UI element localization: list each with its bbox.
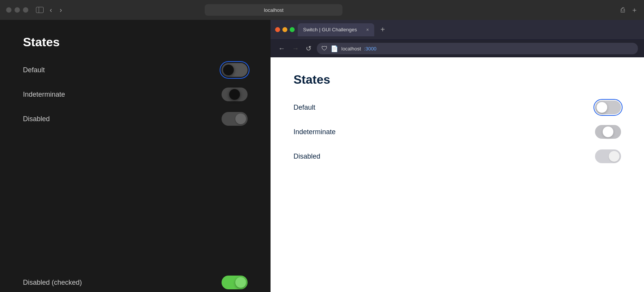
left-toggle-disabled: [222, 112, 248, 126]
left-toggle-default[interactable]: [222, 63, 248, 77]
back-button[interactable]: ←: [277, 44, 287, 54]
page-label-default: Default: [293, 104, 315, 112]
tab-close-button[interactable]: ×: [366, 27, 369, 32]
page-toggle-default[interactable]: [595, 101, 621, 114]
browser-traffic-lights: [275, 27, 295, 32]
left-toggle-disabled-checked: [222, 276, 248, 289]
os-tl-close[interactable]: [6, 7, 11, 13]
os-new-tab-icon[interactable]: ＋: [631, 5, 638, 15]
left-label-indeterminate: Indeterminate: [23, 91, 65, 99]
left-row-indeterminate: Indeterminate: [23, 88, 248, 101]
right-browser: Switch | GUI Challenges × + ← → ↺ 🛡 📄 lo…: [271, 20, 644, 292]
left-toggle-indeterminate[interactable]: [222, 88, 248, 101]
new-tab-button[interactable]: +: [377, 24, 388, 35]
browser-tl-max[interactable]: [290, 27, 295, 32]
os-tl-max[interactable]: [23, 7, 28, 13]
left-toggle-disabled-checked-thumb: [235, 277, 246, 288]
url-bar[interactable]: 🛡 📄 localhost:3000: [317, 43, 638, 54]
page-row-indeterminate: Indeterminate: [293, 125, 621, 139]
browser-tl-min[interactable]: [282, 27, 287, 32]
tab-switch-gui[interactable]: Switch | GUI Challenges ×: [298, 23, 374, 36]
browser-content: States Default Indeterminate Disabled: [0, 20, 644, 292]
doc-icon: 📄: [331, 45, 338, 52]
page-label-indeterminate: Indeterminate: [293, 128, 336, 136]
left-section-title: States: [23, 35, 248, 49]
left-toggle-default-thumb: [223, 65, 234, 75]
page-toggle-default-thumb: [597, 102, 607, 113]
shield-icon: 🛡: [321, 45, 328, 52]
left-toggle-indeterminate-thumb: [229, 89, 240, 100]
page-toggle-indeterminate[interactable]: [595, 125, 621, 139]
os-traffic-lights: [6, 7, 28, 13]
sidebar-toggle-icon[interactable]: [36, 7, 44, 13]
os-titlebar: ‹ › localhost ⎙ ＋: [0, 0, 644, 20]
left-row-default: Default: [23, 63, 248, 77]
browser-nav-bar: ← → ↺ 🛡 📄 localhost:3000: [271, 40, 644, 57]
left-toggle-disabled-thumb: [235, 114, 246, 124]
os-back-button[interactable]: ‹: [48, 5, 54, 15]
page-toggle-disabled-thumb: [609, 151, 620, 162]
left-panel: States Default Indeterminate Disabled: [0, 20, 271, 292]
left-row-disabled: Disabled: [23, 112, 248, 126]
browser-tl-close[interactable]: [275, 27, 280, 32]
url-port: :3000: [364, 46, 377, 52]
page-toggle-indeterminate-thumb: [603, 127, 613, 137]
tab-bar: Switch | GUI Challenges × +: [298, 23, 639, 36]
os-tl-min[interactable]: [15, 7, 20, 13]
left-label-default: Default: [23, 66, 45, 74]
os-toolbar-right: ⎙ ＋: [621, 5, 638, 15]
page-row-disabled: Disabled: [293, 149, 621, 163]
page-toggle-disabled: [595, 149, 621, 163]
left-partial-row: Disabled (checked): [0, 273, 271, 292]
left-label-disabled-checked: Disabled (checked): [23, 279, 82, 287]
page-row-default: Default: [293, 101, 621, 114]
page-section-title: States: [293, 73, 621, 87]
url-host: localhost: [341, 46, 361, 52]
left-label-disabled: Disabled: [23, 115, 50, 123]
reload-button[interactable]: ↺: [304, 44, 313, 54]
os-share-icon[interactable]: ⎙: [621, 6, 625, 14]
page-label-disabled: Disabled: [293, 152, 320, 161]
os-address-bar[interactable]: localhost: [205, 4, 342, 16]
browser-chrome-top: Switch | GUI Challenges × +: [271, 20, 644, 40]
forward-button[interactable]: →: [290, 44, 300, 54]
tab-title: Switch | GUI Challenges: [303, 27, 357, 32]
page-content: States Default Indeterminate Disabled: [271, 57, 644, 292]
os-forward-button[interactable]: ›: [58, 5, 64, 15]
os-address-text: localhost: [264, 7, 284, 13]
